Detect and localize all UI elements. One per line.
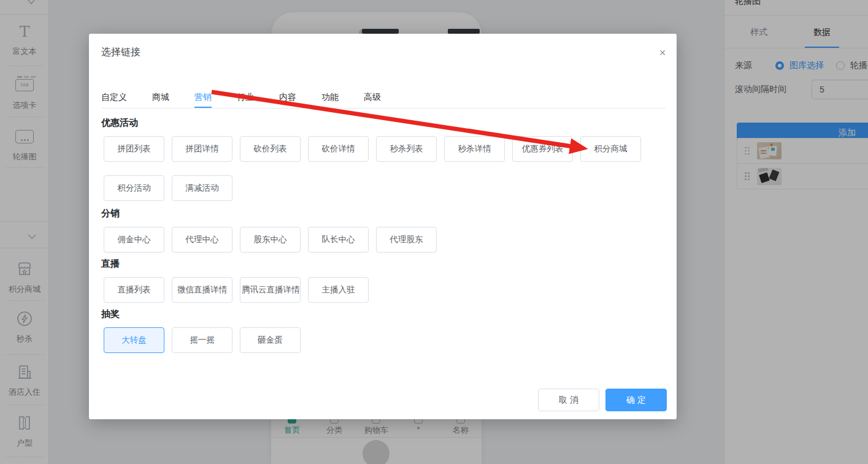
link-option-button[interactable]: 砍价详情 (308, 136, 369, 162)
link-option-button[interactable]: 秒杀详情 (444, 136, 505, 162)
link-option-button[interactable]: 拼团详情 (172, 136, 232, 162)
link-option-button[interactable]: 满减活动 (172, 175, 232, 201)
dialog-title: 选择链接 (101, 46, 140, 59)
link-option-button[interactable]: 微信直播详情 (172, 277, 232, 303)
link-option-button-points-mall[interactable]: 积分商城 (580, 136, 641, 162)
link-option-button[interactable]: 股东中心 (240, 227, 301, 253)
section-title: 优惠活动 (101, 117, 666, 129)
close-icon[interactable]: × (653, 44, 672, 62)
link-option-button[interactable]: 代理股东 (376, 227, 437, 253)
page: T 富文本 TAB 选项卡 轮播图 (0, 0, 868, 464)
section-title: 分销 (101, 208, 666, 219)
link-option-button[interactable]: 主播入驻 (308, 277, 369, 303)
link-option-button[interactable]: 队长中心 (308, 227, 369, 253)
link-option-button[interactable]: 积分活动 (104, 175, 164, 201)
link-option-button[interactable]: 砍价列表 (240, 136, 301, 162)
link-picker-dialog: 选择链接 × 自定义 商城 营销 行业 内容 功能 高级 优惠活动 拼团列表 拼… (89, 34, 677, 419)
tab-industry[interactable]: 行业 (237, 86, 254, 108)
tab-function[interactable]: 功能 (321, 86, 339, 108)
link-option-button[interactable]: 拼团列表 (104, 136, 164, 162)
link-option-button[interactable]: 腾讯云直播详情 (240, 277, 301, 303)
tab-marketing[interactable]: 营销 (194, 86, 212, 108)
section-title: 抽奖 (101, 308, 666, 320)
link-option-button-selected[interactable]: 大转盘 (104, 327, 164, 353)
tab-mall[interactable]: 商城 (152, 86, 169, 108)
link-option-button[interactable]: 代理中心 (172, 227, 232, 253)
link-option-button[interactable]: 优惠券列表 (512, 136, 573, 162)
section-distribution: 分销 佣金中心 代理中心 股东中心 队长中心 代理股东 (101, 208, 666, 253)
tab-custom[interactable]: 自定义 (101, 86, 127, 108)
tab-content[interactable]: 内容 (279, 86, 296, 108)
link-option-button[interactable]: 摇一摇 (172, 327, 232, 353)
tab-advanced[interactable]: 高级 (364, 86, 381, 108)
link-option-button[interactable]: 砸金蛋 (240, 327, 301, 353)
link-option-button[interactable]: 秒杀列表 (376, 136, 437, 162)
link-option-button[interactable]: 直播列表 (104, 277, 164, 303)
link-option-button[interactable]: 佣金中心 (104, 227, 164, 253)
dialog-footer: 取 消 确 定 (538, 389, 667, 411)
section-lottery: 抽奖 大转盘 摇一摇 砸金蛋 (101, 308, 666, 353)
section-live: 直播 直播列表 微信直播详情 腾讯云直播详情 主播入驻 (101, 258, 666, 303)
section-title: 直播 (101, 258, 666, 270)
cancel-button[interactable]: 取 消 (538, 389, 599, 411)
confirm-button[interactable]: 确 定 (605, 389, 667, 411)
dialog-tabs: 自定义 商城 营销 行业 内容 功能 高级 (101, 86, 666, 108)
section-promotions: 优惠活动 拼团列表 拼团详情 砍价列表 砍价详情 秒杀列表 秒杀详情 优惠券列表… (101, 117, 666, 201)
